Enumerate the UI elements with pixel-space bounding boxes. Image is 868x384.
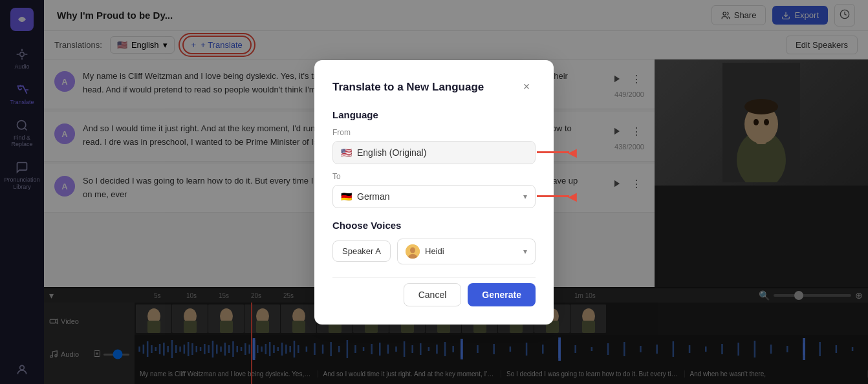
flag-to: 🇩🇪 (341, 191, 352, 202)
chevron-down-icon: ▾ (523, 247, 527, 256)
svg-point-150 (410, 247, 415, 253)
to-value: German (357, 191, 390, 202)
language-section: Language From 🇺🇸 English (Original) ◀ To… (332, 109, 536, 208)
to-field[interactable]: 🇩🇪 German ▾ ◀ (332, 185, 536, 208)
choose-voices-title: Choose Voices (332, 220, 536, 231)
modal-close-button[interactable]: × (517, 78, 536, 96)
modal-overlay: Translate to a New Language × Language F… (0, 0, 868, 384)
from-field: 🇺🇸 English (Original) ◀ (332, 141, 536, 164)
generate-button[interactable]: Generate (468, 283, 536, 306)
from-label: From (332, 128, 536, 137)
modal-actions: Cancel Generate (332, 277, 536, 306)
translate-modal: Translate to a New Language × Language F… (314, 60, 554, 325)
modal-title: Translate to a New Language (332, 81, 484, 94)
flag-from: 🇺🇸 (341, 147, 352, 158)
red-arrow-to: ◀ (537, 191, 577, 202)
to-label: To (332, 172, 536, 181)
modal-header: Translate to a New Language × (332, 78, 536, 96)
from-value: English (Original) (357, 147, 426, 158)
voice-row: Speaker A Heidi ▾ (332, 239, 536, 264)
speaker-label: Speaker A (332, 240, 391, 262)
red-arrow-from: ◀ (537, 147, 577, 158)
chevron-down-icon: ▾ (523, 192, 527, 201)
voice-avatar (406, 244, 420, 259)
choose-voices-section: Choose Voices Speaker A Heidi ▾ (332, 220, 536, 264)
language-section-title: Language (332, 109, 536, 120)
voice-name: Heidi (425, 246, 444, 256)
cancel-button[interactable]: Cancel (404, 283, 462, 306)
voice-select[interactable]: Heidi ▾ (397, 239, 536, 264)
